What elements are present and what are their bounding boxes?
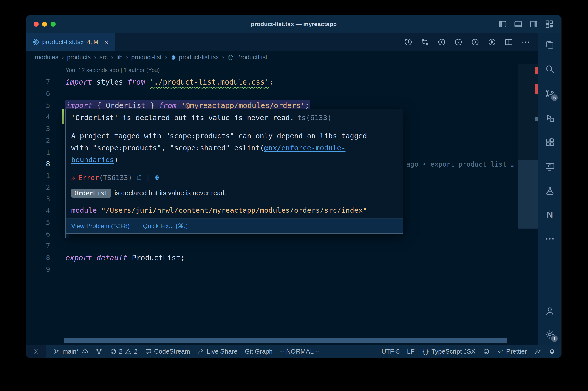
activity-badge: 5 <box>551 94 558 101</box>
breadcrumb-item[interactable]: lib <box>116 54 123 61</box>
activity-accounts[interactable] <box>545 306 555 316</box>
status-label: Git Graph <box>245 348 273 355</box>
close-window-button[interactable] <box>34 22 39 27</box>
activity-testing[interactable] <box>545 186 555 196</box>
activity-remote-explorer[interactable] <box>545 161 555 172</box>
line-number[interactable]: 1 <box>26 148 61 156</box>
tab-label: product-list.tsx <box>42 38 84 46</box>
prev-change-icon[interactable] <box>437 37 446 47</box>
layout-sidebar-right-icon[interactable] <box>529 19 538 29</box>
horizontal-scrollbar[interactable] <box>64 338 507 343</box>
activity-run-debug[interactable] <box>545 112 555 123</box>
eslint-rule-link[interactable]: @nx/enforce-module- <box>264 144 346 152</box>
layout-sidebar-left-icon[interactable] <box>498 19 507 29</box>
status-copilot[interactable] <box>483 348 490 355</box>
line-number[interactable]: 6 <box>26 90 61 98</box>
line-number[interactable]: 4 <box>26 113 61 121</box>
branch-icon <box>53 348 60 355</box>
code-line[interactable]: 9 <box>26 264 538 275</box>
run-icon[interactable] <box>487 37 497 47</box>
hover-resize-handle[interactable] <box>66 234 69 238</box>
minimap-slider[interactable] <box>518 160 538 229</box>
tab-close-icon[interactable]: × <box>104 38 109 46</box>
circle-icon[interactable] <box>454 37 463 47</box>
line-number[interactable]: 5 <box>26 101 61 109</box>
compare-icon[interactable] <box>420 37 429 47</box>
status-live-share[interactable]: Live Share <box>197 348 238 355</box>
module-path-row: module "/Users/juri/nrwl/content/myreact… <box>66 202 403 219</box>
more-icon[interactable] <box>521 37 530 47</box>
status-gitlens[interactable] <box>95 348 102 355</box>
line-number[interactable]: 8 <box>26 254 61 262</box>
zoom-window-button[interactable] <box>51 22 56 27</box>
activity-nx-console[interactable]: N <box>547 210 553 220</box>
line-number[interactable]: 3 <box>26 125 61 133</box>
line-number[interactable]: 9 <box>26 265 61 273</box>
chip-description: is declared but its value is never read. <box>114 189 226 197</box>
error-description-row: OrderList is declared but its value is n… <box>71 189 397 197</box>
tab-bar: product-list.tsx 4, M × <box>26 33 538 51</box>
activity-explorer[interactable] <box>545 39 555 50</box>
activity-search[interactable] <box>545 64 555 74</box>
activity-settings[interactable]: 1 <box>545 329 555 340</box>
quick-fix-button[interactable]: Quick Fix... (⌘.) <box>143 222 188 230</box>
line-number[interactable]: 2 <box>26 136 61 144</box>
line-content: You, 12 seconds ago | 1 author (You) <box>61 67 160 74</box>
code-line[interactable]: 8export default ProductList; <box>26 252 538 264</box>
open-external-icon[interactable] <box>136 174 142 181</box>
status-branch[interactable]: main* <box>53 348 88 355</box>
view-problem-button[interactable]: View Problem (⌥F8) <box>71 222 130 230</box>
tab-product-list[interactable]: product-list.tsx 4, M × <box>26 33 115 51</box>
line-number[interactable]: 6 <box>26 230 61 238</box>
breadcrumb-item[interactable]: products <box>67 54 91 61</box>
status-prettier[interactable]: Prettier <box>497 348 527 355</box>
globe-icon[interactable] <box>154 174 160 181</box>
split-editor-icon[interactable] <box>504 37 513 47</box>
code-line[interactable]: 6 <box>26 88 538 99</box>
breadcrumb-item[interactable]: ProductList <box>228 54 267 61</box>
breadcrumb-item[interactable]: product-list.tsx <box>170 54 219 61</box>
history-icon[interactable] <box>404 37 413 47</box>
status-codestream[interactable]: CodeStream <box>145 348 190 355</box>
activity-source-control[interactable]: 5 <box>545 88 555 99</box>
activity-bar: 5N1 <box>538 33 561 345</box>
breadcrumb-item[interactable]: modules <box>35 54 58 61</box>
line-number[interactable]: 5 <box>26 218 61 226</box>
line-number[interactable]: 7 <box>26 78 61 86</box>
editor[interactable]: You, 12 seconds ago | 1 author (You)7imp… <box>26 64 538 345</box>
next-change-icon[interactable] <box>471 37 480 47</box>
breadcrumb-item[interactable]: product-list <box>131 54 162 61</box>
status-remote[interactable] <box>26 345 46 358</box>
line-number[interactable]: 3 <box>26 195 61 203</box>
breadcrumb-item[interactable]: src <box>99 54 108 61</box>
status-feedback[interactable] <box>534 348 541 355</box>
minimap <box>518 64 538 336</box>
minimize-window-button[interactable] <box>42 22 47 27</box>
line-number[interactable]: 8 <box>26 160 61 168</box>
status-git-graph[interactable]: Git Graph <box>245 348 273 355</box>
line-number[interactable]: 1 <box>26 172 61 180</box>
layout-panel-icon[interactable] <box>513 19 523 29</box>
line-number[interactable]: 2 <box>26 183 61 191</box>
code-line[interactable]: 7import styles from './product-list.modu… <box>26 76 538 88</box>
line-number[interactable]: 4 <box>26 207 61 215</box>
status-language[interactable]: {}TypeScript JSX <box>422 348 475 355</box>
eslint-rule-link[interactable]: boundaries <box>71 156 114 164</box>
status-label: CodeStream <box>154 348 190 355</box>
activity-more-views[interactable] <box>545 234 555 244</box>
blame-line[interactable]: You, 12 seconds ago | 1 author (You) <box>26 64 538 76</box>
warning-icon <box>125 348 132 355</box>
status-vim-mode[interactable]: -- NORMAL -- <box>280 348 320 355</box>
window-controls <box>34 22 56 27</box>
line-number[interactable]: 7 <box>26 242 61 250</box>
status-encoding[interactable]: UTF-8 <box>382 348 400 355</box>
module-keyword: module <box>71 206 97 214</box>
status-eol[interactable]: LF <box>407 348 415 355</box>
minimap-error-mark <box>535 84 538 94</box>
status-problems[interactable]: 22 <box>110 348 138 355</box>
error-code-row: ⚠ Error(TS6133) | <box>71 174 397 182</box>
status-notifications[interactable] <box>549 348 555 355</box>
activity-extensions[interactable] <box>545 137 555 147</box>
code-line[interactable]: 7 <box>26 240 538 252</box>
layout-grid-icon[interactable] <box>545 19 554 29</box>
